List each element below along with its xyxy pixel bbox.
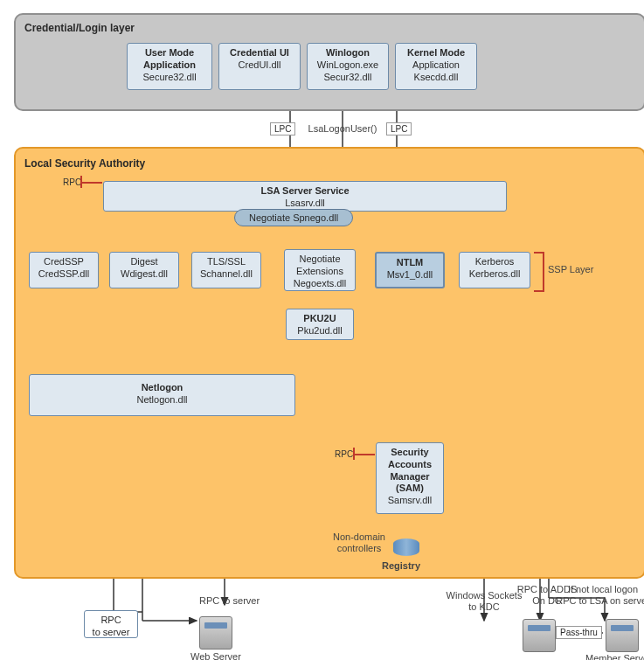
tls-l1: TLS/SSL xyxy=(207,256,246,267)
kerb-l1: Kerberos xyxy=(475,256,515,267)
box-ntlm: NTLM Msv1_0.dll xyxy=(375,252,445,288)
sam-l2: Accounts xyxy=(388,459,432,469)
sam-l3: Manager xyxy=(390,471,429,482)
credui-l2: CredUI.dll xyxy=(239,59,281,70)
box-negext: Negotiate Extensions Negoexts.dll xyxy=(284,249,356,291)
rpc-label-1: RPC xyxy=(63,177,81,187)
non-domain-label: Non-domain controllers xyxy=(328,531,391,554)
credssp-l2: CredSSP.dll xyxy=(38,268,90,279)
credssp-l1: CredSSP xyxy=(44,256,84,267)
rpc-cap-1 xyxy=(80,176,82,188)
ntlm-l2: Msv1_0.dll xyxy=(387,269,433,280)
box-cred-ui: Credential UI CredUI.dll xyxy=(218,43,301,90)
negext-l2: Extensions xyxy=(296,266,343,276)
sam-l1: Security xyxy=(391,447,428,457)
pill-negotiate: Negotiate Spnego.dll xyxy=(234,209,353,226)
kernel-l2: Application xyxy=(412,59,460,70)
digest-l1: Digest xyxy=(130,256,157,267)
box-lsa-server: LSA Server Service Lsasrv.dll xyxy=(103,181,507,212)
lsa-server-l2: Lsasrv.dll xyxy=(285,198,325,208)
dc-server-icon xyxy=(523,619,556,652)
rpc-label-2: RPC xyxy=(335,449,353,459)
rpc-bar-1 xyxy=(80,182,102,184)
netlogon-l1: Netlogon xyxy=(142,382,184,393)
lsa-layer-title: Local Security Authority xyxy=(24,157,635,170)
digest-l2: Wdigest.dll xyxy=(121,268,168,279)
negext-l3: Negoexts.dll xyxy=(294,278,347,288)
kernel-l1: Kernel Mode xyxy=(407,47,465,58)
box-winlogon: Winlogon WinLogon.exe Secur32.dll xyxy=(307,43,389,90)
box-tls: TLS/SSL Schannel.dll xyxy=(191,252,261,288)
user-mode-l2: Application xyxy=(143,59,196,70)
rpc-bar-2 xyxy=(353,454,375,455)
lsa-server-l1: LSA Server Service xyxy=(260,185,349,196)
box-kernel-mode: Kernel Mode Application Ksecdd.dll xyxy=(395,43,477,90)
web-server-icon xyxy=(199,616,232,650)
box-pku2u: PKU2U Pku2ud.dll xyxy=(286,309,354,340)
pku2u-l1: PKU2U xyxy=(303,313,336,323)
registry-label: Registry xyxy=(382,560,420,572)
member-server-icon xyxy=(606,619,639,652)
pku2u-l2: Pku2ud.dll xyxy=(297,325,342,336)
winlogon-l1: Winlogon xyxy=(326,47,370,58)
if-not-label: If not local logon RPC to LSA on server xyxy=(555,584,644,607)
registry-icon xyxy=(393,538,419,556)
credential-layer-title: Credential/Login layer xyxy=(24,22,635,34)
pass-thru-label: Pass-thru xyxy=(556,626,602,639)
box-user-mode: User Mode Application Secure32.dll xyxy=(127,43,212,90)
rpc-to-server-label: RPC to server xyxy=(199,595,260,607)
netlogon-l2: Netlogon.dll xyxy=(136,394,187,405)
box-digest: Digest Wdigest.dll xyxy=(109,252,179,288)
ntlm-l1: NTLM xyxy=(397,257,424,267)
member-server-label: Member Server xyxy=(585,653,644,660)
credui-l1: Credential UI xyxy=(230,47,289,58)
winlogon-l2: WinLogon.exe xyxy=(317,59,378,70)
user-mode-l3: Secure32.dll xyxy=(142,72,196,82)
label-lpc-2: LPC xyxy=(386,122,412,135)
web-server-label: Web Server xyxy=(190,651,241,660)
user-mode-l1: User Mode xyxy=(145,47,194,58)
box-credssp: CredSSP CredSSP.dll xyxy=(29,252,99,288)
box-kerberos: Kerberos Kerberos.dll xyxy=(459,252,530,288)
box-rpc-to-server: RPC to server xyxy=(84,610,138,638)
ssp-layer-label: SSP Layer xyxy=(548,264,593,275)
tls-l2: Schannel.dll xyxy=(200,268,253,279)
kerb-l2: Kerberos.dll xyxy=(469,268,521,279)
label-lsa-logon: LsaLogonUser() xyxy=(304,123,381,135)
box-sam: Security Accounts Manager (SAM) Samsrv.d… xyxy=(376,442,444,514)
rpc-cap-2 xyxy=(353,448,355,460)
sam-l5: Samsrv.dll xyxy=(388,495,433,505)
label-lpc-1: LPC xyxy=(270,122,295,135)
ssp-bracket xyxy=(534,252,544,292)
winlogon-l3: Secur32.dll xyxy=(323,72,371,82)
negext-l1: Negotiate xyxy=(299,254,340,264)
sam-l4: (SAM) xyxy=(396,483,424,493)
box-netlogon: Netlogon Netlogon.dll xyxy=(29,374,295,416)
kernel-l3: Ksecdd.dll xyxy=(414,72,459,82)
